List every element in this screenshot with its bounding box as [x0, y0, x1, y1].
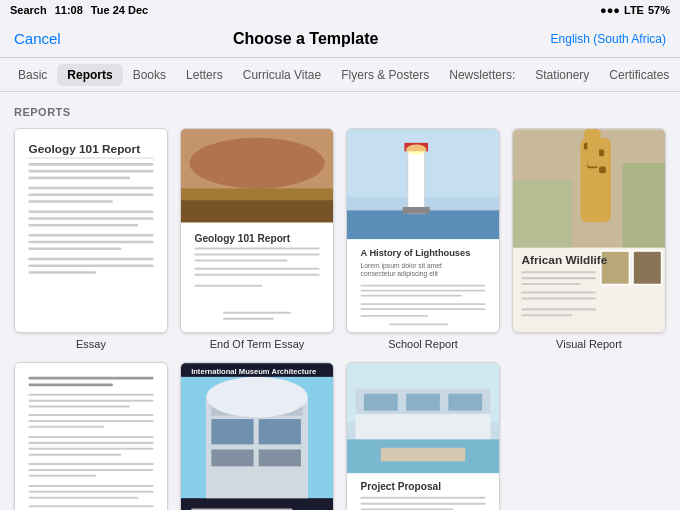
template-content: REPORTS Geology 101 Report: [0, 92, 680, 510]
svg-point-104: [206, 377, 307, 418]
svg-rect-8: [29, 200, 113, 203]
svg-rect-122: [448, 394, 482, 411]
svg-rect-72: [521, 314, 572, 316]
template-thumb-end-of-term[interactable]: Geology 101 Report: [180, 128, 334, 333]
svg-rect-83: [29, 442, 154, 444]
svg-rect-11: [29, 224, 139, 227]
tab-reports[interactable]: Reports: [57, 64, 122, 86]
template-label-visual-report: Visual Report: [556, 338, 622, 350]
svg-rect-48: [361, 303, 486, 305]
battery-label: 57%: [648, 4, 670, 16]
svg-rect-50: [361, 315, 429, 317]
svg-rect-85: [29, 454, 122, 456]
svg-rect-40: [403, 207, 430, 214]
tab-stationery[interactable]: Stationery: [525, 64, 599, 86]
template-item-project-proposal[interactable]: Project Proposal Project Proposal: [346, 362, 500, 510]
svg-rect-68: [521, 283, 580, 285]
page-title: Choose a Template: [233, 30, 379, 48]
nav-bar: Cancel Choose a Template English (South …: [0, 20, 680, 58]
svg-point-22: [189, 138, 324, 189]
svg-rect-61: [513, 180, 572, 248]
svg-rect-84: [29, 448, 154, 450]
svg-rect-89: [29, 485, 154, 487]
template-item-modern-report[interactable]: International Museum Architecture Modern…: [180, 362, 334, 510]
svg-rect-125: [361, 503, 486, 505]
tabs-bar: Basic Reports Books Letters Curricula Vi…: [0, 58, 680, 92]
svg-rect-64: [633, 251, 662, 285]
svg-rect-47: [361, 295, 462, 297]
search-label: Search: [10, 4, 47, 16]
svg-text:Lorem ipsum dolor sit amet: Lorem ipsum dolor sit amet: [361, 262, 443, 270]
template-item-research-paper[interactable]: Research Paper: [14, 362, 168, 510]
svg-rect-120: [364, 394, 398, 411]
svg-rect-29: [195, 268, 320, 270]
date: Tue 24 Dec: [91, 4, 148, 16]
svg-rect-31: [195, 285, 263, 287]
svg-rect-16: [29, 264, 154, 267]
cancel-button[interactable]: Cancel: [14, 30, 61, 47]
svg-text:Project Proposal: Project Proposal: [361, 481, 442, 492]
svg-rect-17: [29, 271, 97, 274]
tab-flyers-posters[interactable]: Flyers & Posters: [331, 64, 439, 86]
svg-rect-5: [29, 177, 130, 180]
svg-rect-14: [29, 248, 122, 251]
svg-rect-51: [389, 324, 448, 326]
svg-rect-33: [223, 318, 274, 320]
svg-rect-69: [521, 291, 595, 293]
svg-rect-121: [406, 394, 440, 411]
tab-books[interactable]: Books: [123, 64, 176, 86]
svg-rect-9: [29, 210, 154, 213]
svg-rect-58: [599, 166, 606, 173]
status-right: ●●● LTE 57%: [600, 4, 670, 16]
svg-rect-26: [195, 248, 320, 250]
svg-rect-28: [195, 259, 288, 261]
svg-rect-4: [29, 170, 154, 173]
svg-text:African Wildlife: African Wildlife: [521, 253, 607, 267]
template-item-end-of-term[interactable]: Geology 101 Report End Of Term Essay: [180, 128, 334, 350]
svg-rect-81: [29, 426, 105, 428]
tab-certificates[interactable]: Certificates: [599, 64, 679, 86]
svg-rect-32: [223, 312, 291, 314]
svg-rect-92: [29, 506, 154, 508]
tab-basic[interactable]: Basic: [8, 64, 57, 86]
network-label: LTE: [624, 4, 644, 16]
tab-curricula-vitae[interactable]: Curricula Vitae: [233, 64, 331, 86]
svg-text:International Museum Architect: International Museum Architecture: [191, 368, 316, 377]
template-label-essay: Essay: [76, 338, 106, 350]
svg-rect-38: [408, 146, 425, 214]
template-thumb-research-paper[interactable]: [14, 362, 168, 510]
template-thumb-essay[interactable]: Geology 101 Report: [14, 128, 168, 333]
svg-rect-7: [29, 194, 154, 197]
status-bar: Search 11:08 Tue 24 Dec ●●● LTE 57%: [0, 0, 680, 20]
svg-rect-37: [347, 210, 499, 239]
template-item-essay[interactable]: Geology 101 Report: [14, 128, 168, 350]
svg-rect-74: [29, 377, 154, 380]
svg-text:Geology 101 Report: Geology 101 Report: [195, 233, 291, 244]
template-item-school-report[interactable]: A History of Lighthouses Lorem ipsum dol…: [346, 128, 500, 350]
template-thumb-project-proposal[interactable]: Project Proposal: [346, 362, 500, 510]
svg-text:Geology 101 Report: Geology 101 Report: [29, 142, 141, 156]
svg-rect-100: [211, 419, 253, 444]
svg-point-41: [406, 145, 426, 155]
svg-text:consectetur adipiscing elit: consectetur adipiscing elit: [361, 270, 438, 278]
svg-rect-90: [29, 491, 154, 493]
template-item-visual-report[interactable]: African Wildlife Visual Report: [512, 128, 666, 350]
svg-rect-62: [623, 163, 665, 247]
svg-rect-88: [29, 475, 97, 477]
svg-rect-66: [521, 271, 595, 273]
template-thumb-modern-report[interactable]: International Museum Architecture: [180, 362, 334, 510]
svg-rect-0: [15, 129, 167, 332]
template-thumb-school-report[interactable]: A History of Lighthouses Lorem ipsum dol…: [346, 128, 500, 333]
tab-letters[interactable]: Letters: [176, 64, 233, 86]
svg-rect-79: [29, 414, 154, 416]
svg-rect-91: [29, 497, 139, 499]
template-thumb-visual-report[interactable]: African Wildlife: [512, 128, 666, 333]
template-grid-reports: Geology 101 Report: [14, 128, 666, 510]
language-selector[interactable]: English (South Africa): [551, 32, 666, 46]
tab-newsletters[interactable]: Newsletters:: [439, 64, 525, 86]
time: 11:08: [55, 4, 83, 16]
svg-rect-107: [181, 499, 333, 510]
svg-rect-45: [361, 285, 486, 287]
template-label-school-report: School Report: [388, 338, 458, 350]
svg-rect-49: [361, 308, 486, 310]
